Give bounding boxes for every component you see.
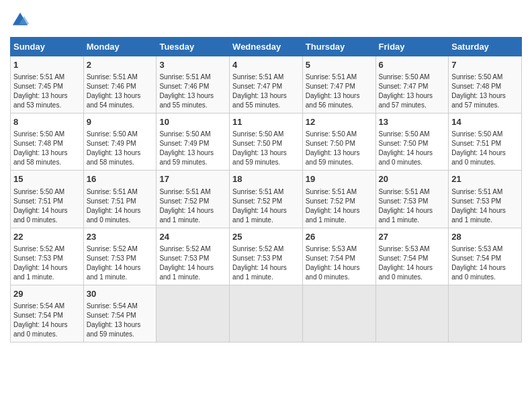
day-info: Sunrise: 5:51 AM Sunset: 7:51 PM Dayligh…	[87, 187, 154, 225]
day-number: 14	[451, 116, 519, 128]
day-info: Sunrise: 5:51 AM Sunset: 7:45 PM Dayligh…	[13, 73, 81, 110]
day-number: 9	[87, 116, 154, 128]
day-number: 24	[159, 231, 226, 243]
week-row-5: 29Sunrise: 5:54 AM Sunset: 7:54 PM Dayli…	[11, 285, 522, 342]
day-cell-24: 24Sunrise: 5:52 AM Sunset: 7:53 PM Dayli…	[157, 228, 230, 285]
day-info: Sunrise: 5:52 AM Sunset: 7:53 PM Dayligh…	[159, 244, 226, 282]
day-info: Sunrise: 5:52 AM Sunset: 7:53 PM Dayligh…	[87, 244, 154, 282]
day-info: Sunrise: 5:50 AM Sunset: 7:49 PM Dayligh…	[87, 130, 154, 167]
day-cell-28: 28Sunrise: 5:53 AM Sunset: 7:54 PM Dayli…	[449, 228, 522, 285]
day-cell-9: 9Sunrise: 5:50 AM Sunset: 7:49 PM Daylig…	[83, 113, 157, 171]
day-cell-empty	[449, 285, 522, 342]
day-info: Sunrise: 5:50 AM Sunset: 7:50 PM Dayligh…	[306, 130, 373, 167]
day-info: Sunrise: 5:51 AM Sunset: 7:46 PM Dayligh…	[87, 73, 154, 110]
day-number: 21	[451, 173, 519, 185]
day-cell-17: 17Sunrise: 5:51 AM Sunset: 7:52 PM Dayli…	[157, 171, 230, 228]
header-sunday: Sunday	[11, 38, 84, 56]
week-row-2: 8Sunrise: 5:50 AM Sunset: 7:48 PM Daylig…	[11, 113, 522, 171]
day-info: Sunrise: 5:50 AM Sunset: 7:49 PM Dayligh…	[159, 130, 226, 167]
day-cell-6: 6Sunrise: 5:50 AM Sunset: 7:47 PM Daylig…	[375, 56, 449, 113]
day-info: Sunrise: 5:51 AM Sunset: 7:47 PM Dayligh…	[232, 73, 300, 110]
day-cell-2: 2Sunrise: 5:51 AM Sunset: 7:46 PM Daylig…	[83, 56, 157, 113]
day-cell-27: 27Sunrise: 5:53 AM Sunset: 7:54 PM Dayli…	[375, 228, 449, 285]
day-cell-22: 22Sunrise: 5:52 AM Sunset: 7:53 PM Dayli…	[11, 228, 84, 285]
day-cell-empty	[157, 285, 230, 342]
header-row: SundayMondayTuesdayWednesdayThursdayFrid…	[11, 38, 522, 56]
page-header	[10, 10, 522, 30]
day-cell-4: 4Sunrise: 5:51 AM Sunset: 7:47 PM Daylig…	[230, 56, 303, 113]
day-info: Sunrise: 5:53 AM Sunset: 7:54 PM Dayligh…	[306, 244, 373, 282]
day-number: 16	[87, 173, 154, 185]
day-number: 11	[232, 116, 300, 128]
day-cell-11: 11Sunrise: 5:50 AM Sunset: 7:50 PM Dayli…	[230, 113, 303, 171]
day-number: 26	[306, 231, 373, 243]
day-cell-19: 19Sunrise: 5:51 AM Sunset: 7:52 PM Dayli…	[302, 171, 375, 228]
day-cell-empty	[375, 285, 449, 342]
day-cell-25: 25Sunrise: 5:52 AM Sunset: 7:53 PM Dayli…	[230, 228, 303, 285]
day-info: Sunrise: 5:51 AM Sunset: 7:52 PM Dayligh…	[232, 187, 300, 225]
day-number: 27	[379, 231, 446, 243]
day-number: 8	[13, 116, 81, 128]
day-number: 6	[379, 59, 446, 71]
day-info: Sunrise: 5:51 AM Sunset: 7:53 PM Dayligh…	[451, 187, 519, 225]
day-info: Sunrise: 5:50 AM Sunset: 7:48 PM Dayligh…	[13, 130, 81, 167]
day-number: 30	[87, 288, 154, 300]
day-number: 7	[451, 59, 519, 71]
day-info: Sunrise: 5:50 AM Sunset: 7:47 PM Dayligh…	[379, 73, 446, 110]
day-number: 3	[159, 59, 226, 71]
day-info: Sunrise: 5:51 AM Sunset: 7:46 PM Dayligh…	[159, 73, 226, 110]
day-number: 10	[159, 116, 226, 128]
day-cell-10: 10Sunrise: 5:50 AM Sunset: 7:49 PM Dayli…	[157, 113, 230, 171]
day-number: 4	[232, 59, 300, 71]
day-info: Sunrise: 5:54 AM Sunset: 7:54 PM Dayligh…	[13, 302, 81, 339]
day-cell-18: 18Sunrise: 5:51 AM Sunset: 7:52 PM Dayli…	[230, 171, 303, 228]
day-info: Sunrise: 5:50 AM Sunset: 7:51 PM Dayligh…	[451, 130, 519, 167]
day-info: Sunrise: 5:50 AM Sunset: 7:50 PM Dayligh…	[379, 130, 446, 167]
day-cell-15: 15Sunrise: 5:50 AM Sunset: 7:51 PM Dayli…	[11, 171, 84, 228]
day-number: 13	[379, 116, 446, 128]
day-cell-3: 3Sunrise: 5:51 AM Sunset: 7:46 PM Daylig…	[157, 56, 230, 113]
day-cell-1: 1Sunrise: 5:51 AM Sunset: 7:45 PM Daylig…	[11, 56, 84, 113]
day-info: Sunrise: 5:54 AM Sunset: 7:54 PM Dayligh…	[87, 302, 154, 339]
day-info: Sunrise: 5:53 AM Sunset: 7:54 PM Dayligh…	[379, 244, 446, 282]
week-row-4: 22Sunrise: 5:52 AM Sunset: 7:53 PM Dayli…	[11, 228, 522, 285]
day-cell-5: 5Sunrise: 5:51 AM Sunset: 7:47 PM Daylig…	[302, 56, 375, 113]
week-row-3: 15Sunrise: 5:50 AM Sunset: 7:51 PM Dayli…	[11, 171, 522, 228]
day-info: Sunrise: 5:52 AM Sunset: 7:53 PM Dayligh…	[13, 244, 81, 282]
day-cell-empty	[302, 285, 375, 342]
day-number: 20	[379, 173, 446, 185]
day-number: 22	[13, 231, 81, 243]
day-number: 23	[87, 231, 154, 243]
day-number: 15	[13, 173, 81, 185]
week-row-1: 1Sunrise: 5:51 AM Sunset: 7:45 PM Daylig…	[11, 56, 522, 113]
day-cell-13: 13Sunrise: 5:50 AM Sunset: 7:50 PM Dayli…	[375, 113, 449, 171]
day-cell-16: 16Sunrise: 5:51 AM Sunset: 7:51 PM Dayli…	[83, 171, 157, 228]
day-info: Sunrise: 5:50 AM Sunset: 7:51 PM Dayligh…	[13, 187, 81, 225]
day-info: Sunrise: 5:51 AM Sunset: 7:52 PM Dayligh…	[159, 187, 226, 225]
day-number: 29	[13, 288, 81, 300]
day-info: Sunrise: 5:51 AM Sunset: 7:52 PM Dayligh…	[306, 187, 373, 225]
day-number: 1	[13, 59, 81, 71]
day-number: 18	[232, 173, 300, 185]
day-info: Sunrise: 5:52 AM Sunset: 7:53 PM Dayligh…	[232, 244, 300, 282]
day-info: Sunrise: 5:50 AM Sunset: 7:48 PM Dayligh…	[451, 73, 519, 110]
day-cell-21: 21Sunrise: 5:51 AM Sunset: 7:53 PM Dayli…	[449, 171, 522, 228]
day-number: 17	[159, 173, 226, 185]
header-friday: Friday	[375, 38, 449, 56]
header-wednesday: Wednesday	[230, 38, 303, 56]
logo-icon	[10, 10, 30, 30]
day-number: 5	[306, 59, 373, 71]
day-cell-14: 14Sunrise: 5:50 AM Sunset: 7:51 PM Dayli…	[449, 113, 522, 171]
day-cell-23: 23Sunrise: 5:52 AM Sunset: 7:53 PM Dayli…	[83, 228, 157, 285]
day-cell-29: 29Sunrise: 5:54 AM Sunset: 7:54 PM Dayli…	[11, 285, 84, 342]
day-number: 2	[87, 59, 154, 71]
header-monday: Monday	[83, 38, 157, 56]
day-info: Sunrise: 5:51 AM Sunset: 7:47 PM Dayligh…	[306, 73, 373, 110]
day-number: 12	[306, 116, 373, 128]
day-number: 28	[451, 231, 519, 243]
day-info: Sunrise: 5:53 AM Sunset: 7:54 PM Dayligh…	[451, 244, 519, 282]
day-cell-7: 7Sunrise: 5:50 AM Sunset: 7:48 PM Daylig…	[449, 56, 522, 113]
calendar-table: SundayMondayTuesdayWednesdayThursdayFrid…	[10, 37, 522, 342]
header-saturday: Saturday	[449, 38, 522, 56]
day-cell-30: 30Sunrise: 5:54 AM Sunset: 7:54 PM Dayli…	[83, 285, 157, 342]
